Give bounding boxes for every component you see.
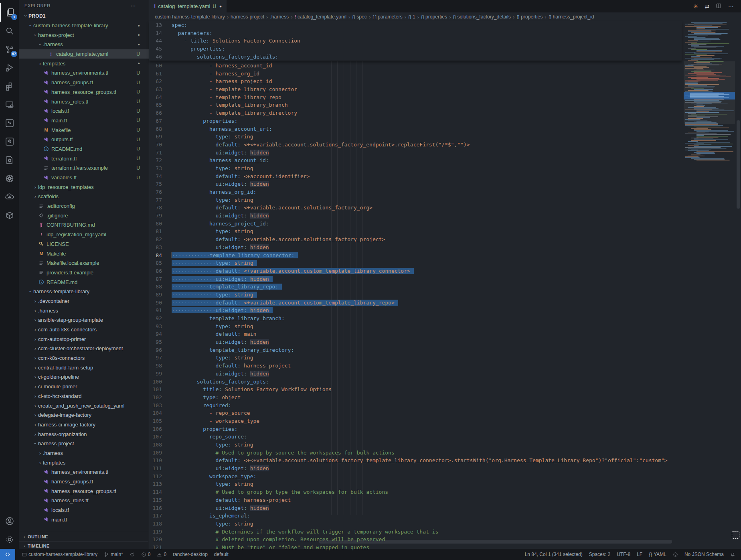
code-line-71[interactable]: 71 ui:widget: hidden [149,149,682,157]
line-number[interactable]: 68 [149,125,168,133]
line-number[interactable]: 114 [149,488,168,496]
line-number[interactable]: 118 [149,520,168,528]
tree-item-templates[interactable]: ›templates● [19,59,149,68]
code-line-81[interactable]: 81 type: string [149,227,682,235]
activitybar-container-icon[interactable] [0,206,19,225]
tree-item-ansible-step-group-template[interactable]: ›ansible-step-group-template [19,315,149,325]
activitybar-cloud-icon[interactable] [0,188,19,206]
tree-item-harness-resource-groups-tf[interactable]: harness_resource_groups.tf [19,486,149,496]
statusbar-item[interactable] [673,552,678,557]
activitybar-run-debug-icon[interactable] [0,59,19,77]
tree-item-main-tf[interactable]: main.tfU [19,116,149,126]
split-editor-icon[interactable] [716,3,722,10]
tree-item-makefile-local-example[interactable]: Makefile.local.example [19,258,149,268]
line-number[interactable]: 87 [149,275,168,283]
code-line-70[interactable]: 70 default: <+<+variable.account.solutio… [149,141,682,149]
line-number[interactable]: 95 [149,338,168,346]
code-line-64[interactable]: 64 - template_library_repo [149,93,682,101]
minimap[interactable] [684,21,735,246]
line-number[interactable]: 66 [149,109,168,117]
tab-catalog-template-yaml[interactable]: ! catalog_template.yaml U ● [149,0,227,12]
tree-item-main-tf[interactable]: main.tf [19,515,149,524]
line-number[interactable]: 98 [149,362,168,370]
line-number[interactable]: 65 [149,101,168,109]
activitybar-account-icon[interactable] [0,512,19,530]
code-line-94[interactable]: 94 default: main [149,330,682,338]
remote-indicator[interactable] [0,549,15,560]
breadcrumb-item[interactable]: {} solutions_factory_details [453,14,510,20]
sticky-scroll[interactable]: 13spec:14 parameters:44 - title: Solutio… [149,21,682,61]
line-number[interactable]: 44 [149,37,168,45]
code-line-92[interactable]: 92 template_library_branch: [149,314,682,323]
line-number[interactable]: 119 [149,528,168,536]
breadcrumb-item[interactable]: {} 1 [408,14,415,20]
code-line-111[interactable]: 111 ui:widget: hidden [149,465,682,473]
line-number[interactable]: 100 [149,378,168,386]
line-number[interactable]: 84 [149,252,168,260]
vertical-scrollbar[interactable] [737,120,740,209]
code-line-85[interactable]: 85··············type: string [149,259,682,267]
line-number[interactable]: 78 [149,204,168,212]
breadcrumb-item[interactable]: harness-project [231,14,264,20]
code-line-76[interactable]: 76 harness_org_id: [149,188,682,196]
line-number[interactable]: 76 [149,188,168,196]
code-line-75[interactable]: 75 ui:widget: hidden [149,180,682,188]
code-line-100[interactable]: 100 solutions_factory_opts: [149,378,682,386]
line-number[interactable]: 75 [149,180,168,188]
tree-item-ccm-cluster-orchestrator-deployment[interactable]: ›ccm-cluster-orchestrator-deployment [19,344,149,353]
line-number[interactable]: 94 [149,330,168,338]
tree-item-readme-md[interactable]: README.md [19,277,149,287]
tree-item-terraform-tf[interactable]: terraform.tfU [19,154,149,163]
code-line-67[interactable]: 67 properties: [149,117,682,125]
activitybar-remote-explorer-icon[interactable] [0,95,19,114]
activitybar-search-icon[interactable] [0,22,19,40]
sticky-line-14[interactable]: 14 parameters: [149,29,682,37]
code-line-86[interactable]: 86··············default: <+variable.acco… [149,267,682,275]
sticky-line-45[interactable]: 45 properties: [149,45,682,53]
explorer-actions-icon[interactable]: ⋯ [130,2,143,9]
code-line-80[interactable]: 80 harness_project_id: [149,220,682,228]
tree-item-create-and-push-new-catalog-yaml[interactable]: ›create_and_push_new_catalog_yaml [19,401,149,410]
tree-item-catalog-template-yaml[interactable]: !catalog_template.yamlU [19,49,149,59]
line-number[interactable]: 89 [149,291,168,299]
code-line-107[interactable]: 107 repo_source: [149,433,682,441]
tree-item-terraform-tfvars-example[interactable]: terraform.tfvars.exampleU [19,163,149,173]
tree-item-license[interactable]: LICENSE [19,239,149,249]
tree-item-locals-tf[interactable]: locals.tf [19,505,149,515]
code-line-93[interactable]: 93 type: string [149,323,682,331]
tree-item-contributing-md[interactable]: CONTRIBUTING.md [19,220,149,230]
line-number[interactable]: 104 [149,409,168,417]
code-line-103[interactable]: 103 required: [149,402,682,410]
code-line-74[interactable]: 74 default: <+account.identifier> [149,172,682,181]
tree-item-locals-tf[interactable]: locals.tfU [19,106,149,116]
code-line-95[interactable]: 95 ui:widget: hidden [149,338,682,346]
modified-dot-icon[interactable]: ● [219,4,222,8]
code-line-113[interactable]: 113 type: string [149,480,682,488]
tree-item--harness[interactable]: ›.harness [19,448,149,458]
line-number[interactable]: 108 [149,441,168,449]
statusbar-item-lf[interactable]: LF [637,552,642,557]
statusbar-item-ln-84-col-1-341-selected-[interactable]: Ln 84, Col 1 (341 selected) [525,552,583,557]
tree-item-delegate-image-factory[interactable]: ›delegate-image-factory [19,410,149,420]
tree-item-harness-template-library[interactable]: ›harness-template-library [19,287,149,296]
code-line-78[interactable]: 78 default: <+variable.account.solutions… [149,204,682,212]
code-line-82[interactable]: 82 default: <+variable.account.solutions… [149,235,682,243]
activitybar-extensions-icon[interactable] [0,77,19,95]
line-number[interactable]: 90 [149,299,168,307]
line-number[interactable]: 74 [149,172,168,181]
activitybar-file-gear-icon[interactable] [0,151,19,169]
line-number[interactable]: 91 [149,306,168,314]
code-line-69[interactable]: 69 type: string [149,133,682,141]
sticky-line-46[interactable]: 46 solutions_factory_details: [149,53,682,61]
tree-item-custom-harness-template-library[interactable]: ›custom-harness-template-library● [19,21,149,30]
tree-item--editorconfig[interactable]: .editorconfig [19,201,149,211]
code-line-66[interactable]: 66 - template_library_directory [149,109,682,117]
line-number[interactable]: 86 [149,267,168,275]
tree-item-scaffolds[interactable]: ›scaffolds [19,192,149,201]
code-line-77[interactable]: 77 type: string [149,196,682,204]
breadcrumb-item[interactable]: ! catalog_template.yaml [295,14,346,20]
sticky-line-44[interactable]: 44 - title: Solutions Factory Connection [149,37,682,45]
line-number[interactable]: 93 [149,323,168,331]
line-number[interactable]: 88 [149,283,168,291]
more-actions-icon[interactable]: ⋯ [728,3,734,10]
